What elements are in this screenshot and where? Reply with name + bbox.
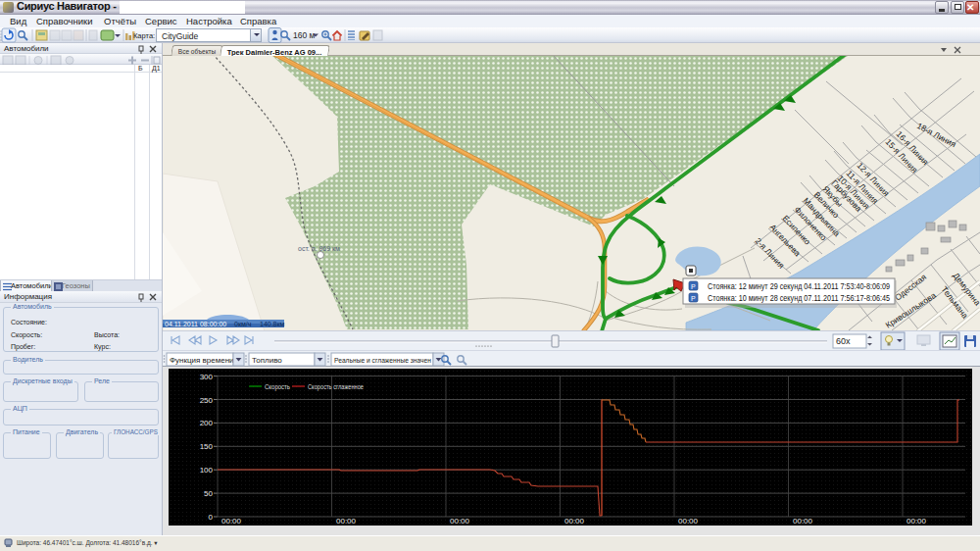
- svg-text:00:00: 00:00: [221, 517, 242, 526]
- svg-text:04.11.2011 08:00:00: 04.11.2011 08:00:00: [165, 321, 226, 327]
- svg-text:00:00: 00:00: [906, 517, 927, 526]
- svg-text:Скорость сглаженное: Скорость сглаженное: [308, 383, 364, 391]
- svg-text:00:00: 00:00: [336, 517, 357, 526]
- svg-text:0: 0: [209, 513, 214, 522]
- svg-text:0км/ч: 0км/ч: [234, 321, 252, 327]
- svg-text:P: P: [691, 295, 696, 302]
- svg-text:Стоянка: 10 минут 28 секунд 07: Стоянка: 10 минут 28 секунд 07.11.2011 7…: [708, 293, 890, 303]
- svg-text:250: 250: [200, 396, 214, 405]
- svg-text:00:00: 00:00: [450, 517, 470, 526]
- svg-text:Топливо: Топливо: [252, 356, 282, 365]
- svg-text:50: 50: [204, 489, 213, 498]
- svg-text:P: P: [691, 283, 696, 290]
- svg-text:00:00: 00:00: [793, 517, 813, 526]
- svg-text:00:00: 00:00: [564, 517, 585, 526]
- svg-text:Функция времени: Функция времени: [170, 356, 234, 365]
- svg-text:Скорость: Скорость: [265, 383, 290, 391]
- svg-text:60x: 60x: [836, 336, 851, 346]
- svg-text:00:00: 00:00: [678, 517, 699, 526]
- svg-text:200: 200: [200, 419, 214, 427]
- svg-text:Реальные и сглаженные значен: Реальные и сглаженные значен: [334, 356, 431, 365]
- svg-text:100: 100: [200, 466, 214, 475]
- svg-text:160 м: 160 м: [293, 30, 316, 40]
- svg-text:Стоянка: 12 минут 29 секунд 04: Стоянка: 12 минут 29 секунд 04.11.2011 7…: [708, 281, 890, 291]
- svg-text:ост. п. 969 км: ост. п. 969 км: [298, 245, 340, 252]
- svg-text:150: 150: [200, 442, 214, 451]
- svg-text:140.8км: 140.8км: [260, 321, 285, 327]
- svg-text:300: 300: [200, 373, 214, 381]
